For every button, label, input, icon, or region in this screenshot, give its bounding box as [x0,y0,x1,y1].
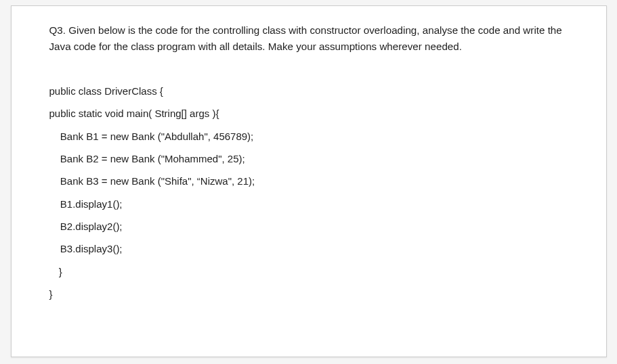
code-line: } [49,283,568,305]
code-line: } [49,260,568,283]
code-line: public static void main( String[] args )… [49,102,568,124]
code-line: B2.display2(); [49,215,568,237]
code-line: Bank B1 = new Bank ("Abdullah", 456789); [49,125,568,147]
question-prompt: Q3. Given below is the code for the cont… [49,22,568,54]
code-block: public class DriverClass { public static… [49,80,568,305]
code-line: B1.display1(); [49,193,568,215]
code-line: Bank B2 = new Bank ("Mohammed", 25); [49,147,568,170]
code-line: B3.display3(); [49,237,568,260]
code-line: public class DriverClass { [49,80,568,102]
code-line: Bank B3 = new Bank ("Shifa", “Nizwa", 21… [49,170,568,192]
document-page: Q3. Given below is the code for the cont… [11,5,607,357]
